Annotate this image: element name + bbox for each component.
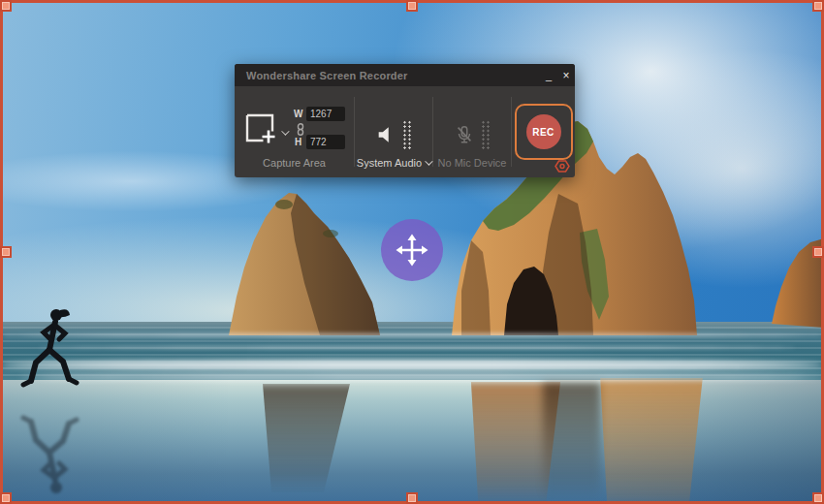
- selection-handle-bottom-left[interactable]: [0, 492, 12, 504]
- selection-handle-top-center[interactable]: [406, 0, 418, 12]
- move-arrows-icon: [393, 231, 431, 269]
- width-label: W: [294, 109, 302, 119]
- capture-area-dropdown-icon[interactable]: [281, 127, 289, 135]
- selection-handle-bottom-right[interactable]: [812, 492, 824, 504]
- selection-handle-top-left[interactable]: [0, 0, 12, 12]
- selection-handle-top-right[interactable]: [812, 0, 824, 12]
- recorder-title: Wondershare Screen Recorder: [235, 70, 540, 81]
- desktop-screen: Wondershare Screen Recorder _ × W: [0, 0, 824, 504]
- system-audio-section: System Audio: [355, 86, 432, 177]
- recorder-panel: Wondershare Screen Recorder _ × W: [235, 64, 575, 177]
- recorder-content: W H: [235, 86, 575, 177]
- height-label: H: [294, 137, 302, 147]
- mic-muted-icon[interactable]: [454, 123, 475, 146]
- capture-area-icon[interactable]: [243, 111, 276, 144]
- jogger-reflection: [10, 399, 97, 496]
- selection-handle-right[interactable]: [812, 246, 824, 258]
- mic-level-dots: [481, 120, 491, 149]
- record-button[interactable]: REC: [515, 104, 573, 160]
- move-selection-handle[interactable]: [381, 219, 443, 281]
- settings-hexagon-icon[interactable]: [555, 159, 570, 173]
- shoreline-foam: [19, 374, 824, 380]
- capture-area-label: Capture Area: [263, 157, 326, 169]
- speaker-icon[interactable]: [375, 123, 396, 146]
- microphone-section: No Mic Device: [433, 86, 511, 177]
- height-input[interactable]: [306, 135, 345, 149]
- capture-area-section: W H: [235, 86, 354, 177]
- selection-handle-left[interactable]: [0, 246, 12, 258]
- mic-status-label: No Mic Device: [438, 157, 507, 169]
- breaking-wave-foam: [0, 360, 824, 370]
- system-audio-dropdown[interactable]: System Audio: [357, 157, 430, 169]
- recorder-titlebar[interactable]: Wondershare Screen Recorder _ ×: [235, 64, 575, 86]
- width-input[interactable]: [306, 107, 345, 121]
- wave-foam: [0, 333, 824, 337]
- selection-handle-bottom-center[interactable]: [406, 492, 418, 504]
- jogger-silhouette: [10, 306, 97, 403]
- audio-level-dots: [402, 120, 412, 149]
- minimize-button[interactable]: _: [540, 66, 557, 85]
- wave-foam: [39, 346, 795, 349]
- close-button[interactable]: ×: [557, 66, 575, 85]
- record-button-circle: REC: [526, 114, 561, 149]
